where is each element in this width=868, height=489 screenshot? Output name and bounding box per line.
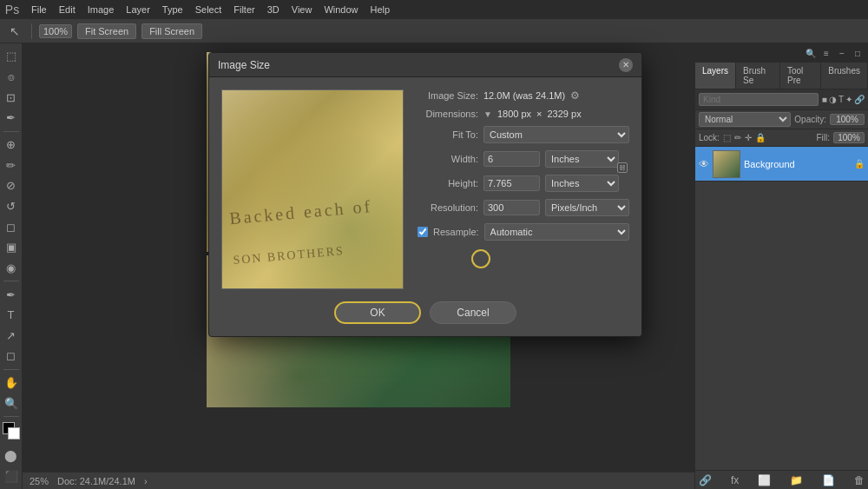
fill-input[interactable] [833, 132, 865, 143]
menu-help[interactable]: Help [365, 3, 396, 17]
tab-tool-presets[interactable]: Tool Pre [780, 63, 821, 89]
options-toolbar: ↖ Fit Screen Fill Screen [0, 19, 868, 43]
pen-tool[interactable]: ✒ [2, 285, 21, 304]
tab-brushes[interactable]: Brushes [821, 63, 868, 89]
path-tool[interactable]: ↗ [2, 327, 21, 346]
left-toolbox: ⬚ ⌾ ⊡ ✒ ⊕ ✏ ⊘ ↺ ◻ ▣ ◉ ✒ T ↗ ◻ ✋ 🔍 ⬤ ⬛ [0, 43, 23, 489]
eraser-tool[interactable]: ◻ [2, 217, 21, 236]
resolution-label: Resolution: [418, 202, 478, 213]
history-tool[interactable]: ↺ [2, 197, 21, 216]
fit-to-row: Fit To: Custom [418, 126, 629, 143]
lasso-tool[interactable]: ⌾ [2, 68, 21, 87]
menu-select[interactable]: Select [190, 3, 227, 17]
layer-item-background[interactable]: 👁 Background 🔒 [695, 147, 868, 182]
image-size-label: Image Size: [418, 90, 478, 101]
menu-3d[interactable]: 3D [262, 3, 285, 17]
screen-mode-tool[interactable]: ⬛ [2, 466, 21, 486]
menu-filter[interactable]: Filter [228, 3, 260, 17]
blend-mode-select[interactable]: Normal [699, 112, 791, 127]
width-input[interactable] [483, 151, 540, 167]
layer-visibility-icon[interactable]: 👁 [699, 158, 709, 170]
image-size-dialog[interactable]: Image Size ✕ Backed each ofSON BROTHERS … [208, 52, 642, 337]
dialog-buttons: OK Cancel [209, 301, 641, 336]
dodge-tool[interactable]: ◉ [2, 259, 21, 278]
filter-smart-icon[interactable]: 🔗 [854, 95, 865, 104]
filter-pixel-icon[interactable]: ■ [822, 95, 827, 104]
menu-type[interactable]: Type [157, 3, 188, 17]
crop-tool[interactable]: ⊡ [2, 88, 21, 107]
heal-tool[interactable]: ⊕ [2, 135, 21, 155]
menu-window[interactable]: Window [319, 3, 363, 17]
delete-layer-icon[interactable]: 🗑 [854, 474, 865, 486]
menu-view[interactable]: View [286, 3, 318, 17]
cancel-button[interactable]: Cancel [430, 301, 516, 324]
new-group-icon[interactable]: 📁 [790, 474, 803, 486]
quick-mask-tool[interactable]: ⬤ [2, 446, 21, 466]
fit-screen-button[interactable]: Fit Screen [77, 23, 136, 39]
gradient-tool[interactable]: ▣ [2, 238, 21, 257]
layers-search-input[interactable] [699, 93, 819, 106]
height-unit-select[interactable]: Inches [545, 175, 619, 192]
opacity-input[interactable] [830, 114, 865, 125]
link-wh-icon: ⛓ [615, 150, 629, 185]
wh-group: Width: Inches Height: Inches [418, 150, 629, 192]
height-label: Height: [418, 178, 478, 188]
menu-file[interactable]: File [26, 3, 52, 17]
resolution-row: Resolution: Pixels/Inch [418, 199, 629, 216]
width-unit-select[interactable]: Inches [545, 150, 619, 168]
fit-to-select[interactable]: Custom [483, 126, 629, 143]
panel-expand-icon[interactable]: □ [851, 46, 865, 60]
dimensions-arrow-icon: ▼ [483, 109, 492, 119]
dimensions-label: Dimensions: [418, 109, 478, 119]
width-label: Width: [418, 154, 478, 164]
color-swatch[interactable] [3, 422, 20, 439]
lock-pixels-icon[interactable]: ✏ [734, 133, 741, 142]
eyedropper-tool[interactable]: ✒ [2, 109, 21, 128]
hand-tool[interactable]: ✋ [2, 373, 21, 393]
marquee-tool[interactable]: ⬚ [2, 47, 21, 66]
fill-screen-button[interactable]: Fill Screen [141, 23, 202, 39]
clone-tool[interactable]: ⊘ [2, 176, 21, 195]
dialog-close-button[interactable]: ✕ [619, 58, 633, 72]
brush-tool[interactable]: ✏ [2, 155, 21, 175]
resolution-input[interactable] [483, 200, 540, 215]
layer-name: Background [744, 159, 851, 169]
filter-shape-icon[interactable]: ✦ [845, 95, 852, 104]
tab-brush-settings[interactable]: Brush Se [736, 63, 780, 89]
lock-label: Lock: [699, 133, 720, 142]
link-layers-icon[interactable]: 🔗 [699, 474, 712, 486]
resample-method-select[interactable]: Automatic [484, 223, 629, 241]
resample-label: Resample: [433, 227, 479, 237]
height-input[interactable] [483, 175, 540, 191]
shape-tool[interactable]: ◻ [2, 347, 21, 366]
resolution-unit-select[interactable]: Pixels/Inch [545, 199, 629, 216]
image-size-gear-icon[interactable]: ⚙ [570, 89, 580, 102]
panel-options-icon[interactable]: ≡ [819, 46, 833, 60]
text-tool[interactable]: T [2, 306, 21, 325]
menu-image[interactable]: Image [82, 3, 120, 17]
lock-move-icon[interactable]: ✛ [745, 133, 752, 142]
new-layer-icon[interactable]: 📄 [822, 474, 835, 486]
ok-button[interactable]: OK [334, 301, 421, 324]
zoom-input[interactable] [39, 24, 72, 38]
status-bar: 25% Doc: 24.1M/24.1M › [23, 472, 694, 489]
search-icon[interactable]: 🔍 [804, 46, 818, 60]
lock-all-icon[interactable]: 🔒 [755, 133, 766, 142]
add-mask-icon[interactable]: ⬜ [758, 474, 771, 486]
menu-layer[interactable]: Layer [121, 3, 155, 17]
dimensions-height: 2329 px [548, 109, 582, 119]
filter-adj-icon[interactable]: ◑ [829, 95, 837, 104]
lock-transparent-icon[interactable]: ⬚ [723, 133, 731, 142]
width-row: Width: Inches [418, 150, 619, 168]
menu-edit[interactable]: Edit [54, 3, 81, 17]
filter-type-icon[interactable]: T [838, 95, 844, 104]
panel-icons-row: 🔍 ≡ − □ [695, 43, 868, 63]
dialog-preview-text: Backed each ofSON BROTHERS [228, 196, 377, 268]
background-color[interactable] [8, 427, 20, 439]
panel-minimize-icon[interactable]: − [835, 46, 849, 60]
chain-link-icon[interactable]: ⛓ [617, 162, 628, 173]
resample-checkbox[interactable] [418, 227, 428, 237]
add-effect-icon[interactable]: fx [731, 474, 739, 486]
zoom-tool[interactable]: 🔍 [2, 393, 21, 413]
tab-layers[interactable]: Layers [695, 63, 736, 89]
